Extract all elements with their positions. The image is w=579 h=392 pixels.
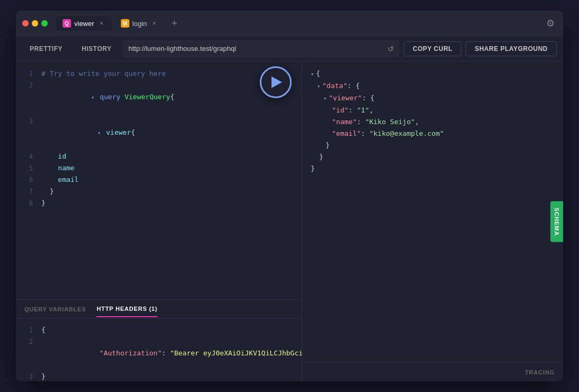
header-num-2: 2 (22, 336, 33, 347)
line-num-6: 6 (22, 174, 33, 186)
line-num-3: 3 (22, 115, 33, 127)
line-content-6: email (41, 174, 78, 186)
code-line-2: 2 ▾ query ViewerQuery{ (16, 80, 302, 115)
line-num-5: 5 (22, 162, 33, 174)
toolbar: PRETTIFY HISTORY ↺ COPY CURL SHARE PLAYG… (16, 36, 563, 62)
headers-editor[interactable]: 1 { 2 "Authorization": "Bearer eyJ0eXAiO… (16, 319, 302, 381)
line-num-7: 7 (22, 186, 33, 197)
header-num-3: 3 (22, 371, 33, 381)
left-panel: 1 # Try to write your query here 2 ▾ que… (16, 62, 302, 381)
resp-line-4: "id": "1", (302, 104, 563, 116)
resp-line-1: ▾ { (302, 68, 563, 80)
resp-line-6: "email": "kiko@example.com" (302, 128, 563, 140)
settings-icon[interactable]: ⚙ (544, 15, 557, 31)
collapse-icon-3[interactable]: ▾ (91, 130, 104, 136)
line-num-2: 2 (22, 80, 33, 91)
code-line-6: 6 email (16, 174, 302, 186)
tab-icon-login: M (121, 19, 129, 28)
line-content-1: # Try to write your query here (41, 68, 166, 80)
copy-curl-button[interactable]: COPY CURL (403, 41, 461, 56)
main-area: 1 # Try to write your query here 2 ▾ que… (16, 62, 563, 381)
tab-query-variables[interactable]: QUERY VARIABLES (24, 302, 86, 317)
query-editor[interactable]: 1 # Try to write your query here 2 ▾ que… (16, 62, 302, 299)
resp-line-8: } (302, 151, 563, 163)
resp-line-2: ▾ "data": { (302, 80, 563, 92)
minimize-button[interactable] (32, 20, 38, 27)
collapse-icon-2[interactable]: ▾ (91, 94, 98, 100)
maximize-button[interactable] (41, 20, 48, 27)
prettify-button[interactable]: PRETTIFY (22, 42, 70, 56)
resp-line-5: "name": "Kiko Seijo", (302, 116, 563, 128)
traffic-lights (22, 20, 48, 27)
line-content-2: ▾ query ViewerQuery{ (41, 80, 174, 115)
execute-query-button[interactable] (260, 66, 292, 98)
tracing-bar: TRACING (302, 362, 563, 381)
play-icon (271, 76, 282, 88)
tab-http-headers[interactable]: HTTP HEADERS (1) (96, 301, 157, 317)
tracing-label[interactable]: TRACING (525, 369, 555, 376)
header-line-2: 2 "Authorization": "Bearer eyJ0eXAiOiJKV… (16, 336, 302, 371)
history-button[interactable]: HISTORY (74, 42, 119, 56)
header-num-1: 1 (22, 324, 33, 336)
line-content-3: ▾ viewer{ (41, 115, 135, 151)
tab-label-viewer: viewer (74, 20, 94, 28)
share-playground-button[interactable]: SHARE PLAYGROUND (466, 41, 557, 56)
play-button-container (260, 66, 292, 98)
app-window: Q viewer × M login × + ⚙ PRETTIFY HISTOR… (16, 11, 563, 381)
line-num-4: 4 (22, 151, 33, 162)
close-button[interactable] (22, 20, 29, 27)
code-line-4: 4 id (16, 151, 302, 162)
resp-collapse-2[interactable]: ▾ (317, 81, 320, 92)
code-line-7: 7 } (16, 186, 302, 197)
code-line-8: 8 } (16, 197, 302, 209)
url-bar: ↺ (123, 40, 399, 57)
resp-collapse-1[interactable]: ▾ (311, 68, 314, 80)
bottom-tabs: QUERY VARIABLES HTTP HEADERS (1) (16, 300, 302, 319)
header-content-3: } (41, 371, 46, 381)
resp-line-9: } (302, 163, 563, 175)
tab-viewer[interactable]: Q viewer × (56, 16, 112, 31)
line-num-8: 8 (22, 197, 33, 209)
titlebar: Q viewer × M login × + ⚙ (16, 11, 563, 36)
right-panel: ▾ { ▾ "data": { ▾ "viewer": { "id": "1", (302, 62, 563, 381)
line-content-5: name (41, 162, 75, 174)
header-content-1: { (41, 324, 46, 336)
line-content-4: id (41, 151, 66, 162)
resp-line-7: } (302, 140, 563, 151)
code-line-3: 3 ▾ viewer{ (16, 115, 302, 151)
tab-close-login[interactable]: × (150, 19, 159, 28)
tab-label-login: login (133, 20, 147, 28)
tab-login[interactable]: M login × (115, 16, 165, 31)
resp-collapse-3[interactable]: ▾ (323, 93, 327, 104)
line-content-7: } (41, 186, 54, 197)
new-tab-button[interactable]: + (167, 16, 182, 31)
line-content-8: } (41, 197, 46, 209)
code-line-5: 5 name (16, 162, 302, 174)
url-input[interactable] (128, 45, 383, 53)
schema-tab[interactable]: SCHEMA (550, 201, 563, 242)
tab-bar: Q viewer × M login × + (56, 16, 540, 31)
response-viewer: ▾ { ▾ "data": { ▾ "viewer": { "id": "1", (302, 62, 563, 362)
header-line-3: 3 } (16, 371, 302, 381)
tab-icon-viewer: Q (63, 19, 71, 28)
code-line-1: 1 # Try to write your query here (16, 68, 302, 80)
header-content-2: "Authorization": "Bearer eyJ0eXAiOiJKV1Q… (41, 336, 302, 371)
tab-close-viewer[interactable]: × (98, 19, 106, 28)
resp-line-3: ▾ "viewer": { (302, 92, 563, 104)
bottom-panel: QUERY VARIABLES HTTP HEADERS (1) 1 { 2 "… (16, 299, 302, 381)
header-line-1: 1 { (16, 324, 302, 336)
reload-icon[interactable]: ↺ (388, 45, 394, 53)
line-num-1: 1 (22, 68, 33, 80)
